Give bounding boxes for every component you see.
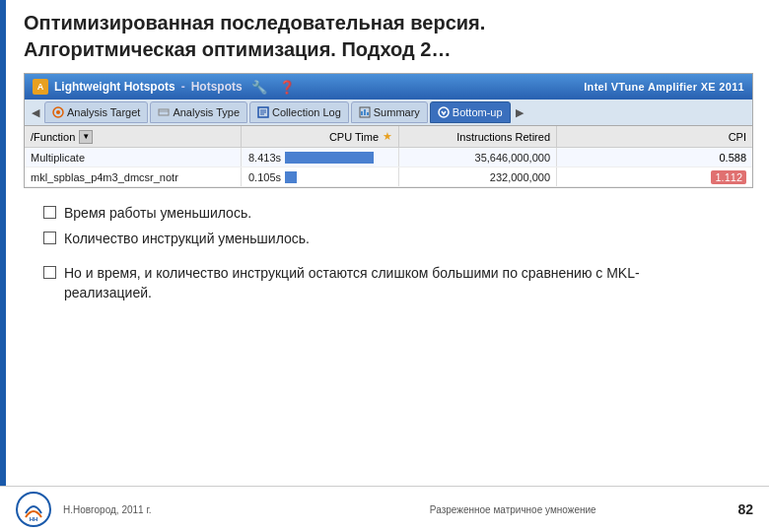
td-cputime-2: 0.105s <box>242 167 399 186</box>
bullet-item-3: Но и время, и количество инструкций оста… <box>43 264 714 302</box>
target-icon <box>52 106 64 118</box>
th-cpi: CPI <box>557 126 752 147</box>
star-icon: ★ <box>383 130 392 143</box>
summary-icon <box>359 106 371 118</box>
bottom-up-icon <box>438 106 450 118</box>
vtune-app-icon: A <box>33 79 48 95</box>
tab-bottom-up[interactable]: Bottom-up <box>430 101 511 123</box>
footer-page: 82 <box>737 501 753 517</box>
td-function-1: Multiplicate <box>25 148 242 166</box>
vtune-separator: - <box>181 80 185 94</box>
footer: НН Н.Новгород, 2011 г. Разреженное матри… <box>0 486 769 532</box>
svg-rect-2 <box>159 109 169 115</box>
vtune-section: Hotspots <box>191 80 243 94</box>
td-cpi-1: 0.588 <box>557 148 752 166</box>
tab-collection-log[interactable]: Collection Log <box>249 101 349 123</box>
checkbox-icon-2 <box>43 232 56 244</box>
td-instructions-2: 232,000,000 <box>399 167 557 186</box>
bullet-spacer <box>43 254 743 264</box>
vtune-titlebar: A Lightweight Hotspots - Hotspots 🔧 ❓ In… <box>25 74 752 100</box>
table-header-row: /Function ▼ CPU Time ★ Instructions Reti… <box>25 126 752 148</box>
bullet-item-2: Количество инструкций уменьшилось. <box>43 230 743 249</box>
tab-analysis-type[interactable]: Analysis Type <box>150 101 247 123</box>
vtune-table: /Function ▼ CPU Time ★ Instructions Reti… <box>25 126 752 187</box>
td-cputime-1: 8.413s <box>242 148 399 166</box>
footer-topic: Разреженное матричное умножение <box>288 504 737 515</box>
vtune-brand: Intel VTune Amplifier XE 2011 <box>584 81 744 93</box>
td-instructions-1: 35,646,000,000 <box>399 148 557 166</box>
checkbox-icon-1 <box>43 206 56 219</box>
tab-summary[interactable]: Summary <box>351 101 428 123</box>
collection-log-icon <box>257 106 269 118</box>
bullet-item-1: Время работы уменьшилось. <box>43 204 743 224</box>
slide-title: Оптимизированная последовательная версия… <box>24 10 753 63</box>
svg-text:НН: НН <box>30 516 38 522</box>
cpi-highlight-badge: 1.112 <box>711 170 746 184</box>
svg-point-12 <box>439 107 449 117</box>
footer-logo: НН <box>16 492 51 527</box>
vtune-app-name: Lightweight Hotspots <box>54 80 175 94</box>
th-cputime: CPU Time ★ <box>242 126 399 147</box>
td-cpi-2: 1.112 <box>557 167 752 186</box>
vtune-container: A Lightweight Hotspots - Hotspots 🔧 ❓ In… <box>24 73 753 188</box>
bullets-section: Время работы уменьшилось. Количество инс… <box>24 200 753 302</box>
footer-city: Н.Новгород, 2011 г. <box>63 504 288 515</box>
svg-point-1 <box>56 110 60 114</box>
analysis-type-icon <box>158 106 170 118</box>
checkbox-icon-3 <box>43 266 56 279</box>
th-function: /Function ▼ <box>25 126 242 147</box>
cpu-bar-1 <box>285 152 374 164</box>
table-row[interactable]: Multiplicate 8.413s 35,646,000,000 0.588 <box>25 148 752 167</box>
nav-prev-arrow[interactable]: ◀ <box>29 106 42 119</box>
wrench-icon[interactable]: 🔧 <box>248 79 270 96</box>
nav-next-arrow[interactable]: ▶ <box>513 106 526 119</box>
help-icon[interactable]: ❓ <box>276 79 298 96</box>
td-function-2: mkl_spblas_p4m3_dmcsr_notr <box>25 167 242 186</box>
table-row[interactable]: mkl_spblas_p4m3_dmcsr_notr 0.105s 232,00… <box>25 167 752 187</box>
th-instructions: Instructions Retired <box>399 126 557 147</box>
cpu-bar-2 <box>285 171 297 183</box>
vtune-nav: ◀ Analysis Target Analysis Type <box>25 100 752 126</box>
tab-analysis-target[interactable]: Analysis Target <box>44 101 148 123</box>
function-dropdown[interactable]: ▼ <box>79 130 93 144</box>
left-border-accent <box>0 0 6 532</box>
